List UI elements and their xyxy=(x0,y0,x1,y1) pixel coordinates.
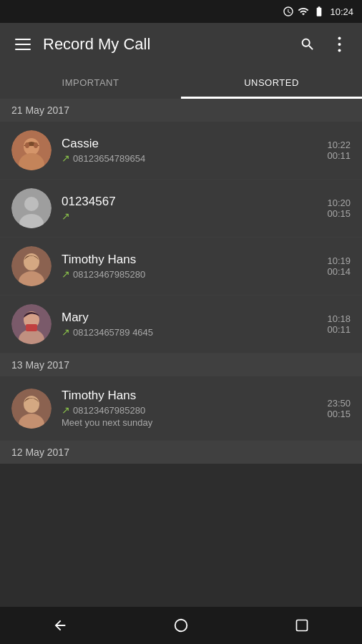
call-number-mary: 08123465789 4645 xyxy=(73,327,153,338)
call-time-info-mary: 10:18 00:11 xyxy=(327,313,351,335)
call-time-cassie: 10:22 xyxy=(327,140,351,150)
avatar-timothy-2 xyxy=(11,389,52,429)
avatar-cassie xyxy=(11,130,52,170)
call-time-timothy-2: 23:50 xyxy=(327,398,351,409)
call-name-timothy-1: Timothy Hans xyxy=(62,253,327,267)
avatar-timothy xyxy=(11,246,52,286)
call-info-timothy-2: Timothy Hans ↗ 08123467985280 Meet you n… xyxy=(62,389,327,428)
svg-point-7 xyxy=(34,142,38,148)
battery-icon xyxy=(313,6,326,17)
svg-point-6 xyxy=(25,142,29,148)
status-icons xyxy=(283,6,326,17)
call-time-mary: 10:18 xyxy=(327,313,351,324)
call-number-row-timothy-2: ↗ 08123467985280 xyxy=(62,404,327,416)
call-duration-timothy-2: 00:15 xyxy=(327,409,351,419)
search-icon xyxy=(300,36,315,52)
more-options-button[interactable] xyxy=(325,30,353,59)
svg-point-0 xyxy=(338,37,341,40)
avatar-default xyxy=(11,188,52,228)
outgoing-arrow-timothy-2: ↗ xyxy=(62,404,70,416)
date-header-12-may: 12 May 2017 xyxy=(0,441,362,464)
signal-icon xyxy=(298,6,309,17)
status-bar: 10:24 xyxy=(0,0,362,23)
call-info-cassie: Cassie ↗ 08123654789654 xyxy=(62,137,327,164)
svg-point-9 xyxy=(24,197,39,211)
svg-rect-17 xyxy=(26,324,37,331)
home-button[interactable] xyxy=(160,607,202,644)
app-bar: Record My Call xyxy=(0,23,362,66)
back-button[interactable] xyxy=(39,607,82,644)
call-number-timothy-1: 08123467985280 xyxy=(73,269,145,280)
call-duration-cassie: 00:11 xyxy=(327,150,351,161)
call-number-row-unknown: ↗ xyxy=(62,210,327,222)
call-time-info-cassie: 10:22 00:11 xyxy=(327,140,351,161)
app-title: Record My Call xyxy=(43,35,293,54)
home-icon xyxy=(173,618,189,633)
recent-button[interactable] xyxy=(280,607,323,644)
menu-line-1 xyxy=(15,39,31,40)
date-header-21-may: 21 May 2017 xyxy=(0,99,362,122)
outgoing-arrow-unknown: ↗ xyxy=(62,210,70,222)
back-icon xyxy=(52,618,68,633)
svg-point-1 xyxy=(338,43,341,46)
call-number-cassie: 08123654789654 xyxy=(73,153,145,164)
menu-line-3 xyxy=(15,49,31,50)
call-item-unknown[interactable]: 01234567 ↗ 10:20 00:15 xyxy=(0,180,362,238)
call-duration-unknown: 00:15 xyxy=(327,208,351,219)
call-name-mary: Mary xyxy=(62,311,327,325)
outgoing-arrow-timothy-1: ↗ xyxy=(62,268,70,280)
call-name-cassie: Cassie xyxy=(62,137,327,151)
menu-button[interactable] xyxy=(9,30,37,59)
svg-point-19 xyxy=(24,396,39,413)
call-number-timothy-2: 08123467985280 xyxy=(73,405,145,416)
tab-important[interactable]: IMPORTANT xyxy=(0,66,181,99)
more-icon xyxy=(338,36,341,52)
call-info-mary: Mary ↗ 08123465789 4645 xyxy=(62,311,327,338)
call-number-row-cassie: ↗ 08123654789654 xyxy=(62,152,327,164)
call-time-info-timothy-1: 10:19 00:14 xyxy=(327,255,351,277)
outgoing-arrow-mary: ↗ xyxy=(62,326,70,338)
call-info-timothy-1: Timothy Hans ↗ 08123467985280 xyxy=(62,253,327,280)
menu-line-2 xyxy=(15,44,31,45)
tab-unsorted[interactable]: UNSORTED xyxy=(181,66,362,99)
tabs: IMPORTANT UNSORTED xyxy=(0,66,362,99)
call-info-unknown: 01234567 ↗ xyxy=(62,195,327,222)
call-time-info-timothy-2: 23:50 00:15 xyxy=(327,398,351,419)
svg-point-12 xyxy=(24,253,39,270)
call-item-timothy-1[interactable]: Timothy Hans ↗ 08123467985280 10:19 00:1… xyxy=(0,238,362,296)
alarm-icon xyxy=(283,6,294,17)
call-time-unknown: 10:20 xyxy=(327,197,351,208)
call-duration-timothy-1: 00:14 xyxy=(327,266,351,277)
avatar-mary xyxy=(11,304,52,344)
svg-rect-22 xyxy=(296,620,307,631)
call-list-content: 21 May 2017 Cassie ↗ 08123654789654 10:2… xyxy=(0,99,362,607)
call-time-info-unknown: 10:20 00:15 xyxy=(327,197,351,219)
call-number-row-mary: ↗ 08123465789 4645 xyxy=(62,326,327,338)
call-name-timothy-2: Timothy Hans xyxy=(62,389,327,403)
app-bar-icons xyxy=(293,30,353,59)
call-item-cassie[interactable]: Cassie ↗ 08123654789654 10:22 00:11 xyxy=(0,122,362,180)
call-item-mary[interactable]: Mary ↗ 08123465789 4645 10:18 00:11 xyxy=(0,296,362,353)
date-header-13-may: 13 May 2017 xyxy=(0,353,362,376)
call-time-timothy-1: 10:19 xyxy=(327,255,351,266)
status-time: 10:24 xyxy=(330,6,353,17)
search-button[interactable] xyxy=(293,30,322,59)
call-name-unknown: 01234567 xyxy=(62,195,327,209)
call-duration-mary: 00:11 xyxy=(327,324,351,335)
bottom-nav xyxy=(0,607,362,644)
recent-icon xyxy=(295,618,309,633)
call-number-row-timothy-1: ↗ 08123467985280 xyxy=(62,268,327,280)
svg-point-2 xyxy=(338,49,341,52)
svg-point-21 xyxy=(175,620,187,632)
call-item-timothy-2[interactable]: Timothy Hans ↗ 08123467985280 Meet you n… xyxy=(0,376,362,441)
outgoing-arrow-cassie: ↗ xyxy=(62,152,70,164)
call-note-timothy-2: Meet you next sunday xyxy=(62,417,327,428)
